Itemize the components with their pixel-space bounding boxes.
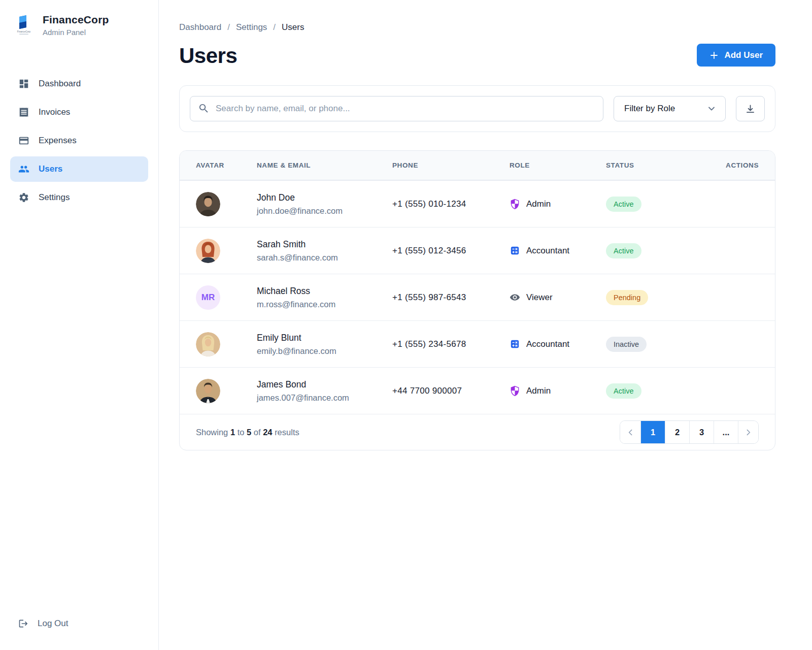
summary-text: to — [238, 428, 245, 437]
logout-button[interactable]: Log Out — [0, 619, 158, 650]
user-role-label: Admin — [526, 386, 551, 396]
status-cell: Active — [606, 197, 725, 212]
user-email: john.doe@finance.com — [257, 206, 392, 216]
breadcrumb-dashboard[interactable]: Dashboard — [179, 22, 221, 32]
avatar-cell — [196, 332, 257, 356]
page-header: Users Add User — [179, 44, 775, 68]
brand-text: FinanceCorp Admin Panel — [43, 14, 109, 37]
pagination-prev-button[interactable] — [620, 421, 640, 443]
summary-text: Showing — [196, 428, 228, 437]
sidebar-item-invoices[interactable]: Invoices — [10, 100, 148, 125]
user-name: Emily Blunt — [257, 333, 392, 343]
avatar — [196, 379, 220, 403]
user-role: Accountant — [510, 339, 606, 349]
user-email: emily.b@finance.com — [257, 346, 392, 356]
eye-icon — [510, 292, 520, 303]
column-header-avatar: Avatar — [196, 161, 257, 169]
summary-total: 24 — [263, 428, 272, 437]
sidebar-item-label: Settings — [39, 192, 70, 203]
export-download-button[interactable] — [736, 96, 765, 121]
sidebar-item-label: Expenses — [39, 136, 77, 146]
results-summary: Showing 1 to 5 of 24 results — [196, 428, 299, 437]
pagination-page-1[interactable]: 1 — [640, 421, 665, 443]
brand-subtitle: Admin Panel — [43, 28, 109, 37]
avatar-cell — [196, 192, 257, 216]
main-content: Dashboard / Settings / Users Users Add U… — [159, 0, 812, 650]
summary-text: of — [254, 428, 261, 437]
user-phone: +44 7700 900007 — [392, 386, 510, 396]
sidebar-item-dashboard[interactable]: Dashboard — [10, 71, 148, 96]
summary-text: results — [275, 428, 299, 437]
avatar-cell — [196, 239, 257, 263]
sidebar-item-settings[interactable]: Settings — [10, 185, 148, 210]
table-footer: Showing 1 to 5 of 24 results 1 2 3 ... — [180, 414, 775, 450]
pagination-page-3[interactable]: 3 — [689, 421, 714, 443]
summary-from: 1 — [230, 428, 235, 437]
name-email-cell: Emily Blunt emily.b@finance.com — [257, 333, 392, 356]
status-cell: Pending — [606, 290, 725, 305]
pagination-ellipsis[interactable]: ... — [714, 421, 738, 443]
user-role-label: Admin — [526, 199, 551, 209]
table-row: John Doe john.doe@finance.com +1 (555) 0… — [180, 180, 775, 227]
user-name: Michael Ross — [257, 286, 392, 297]
user-role-label: Accountant — [526, 246, 569, 256]
chevron-right-icon — [744, 428, 753, 437]
shield-icon — [510, 199, 520, 209]
user-phone: +1 (555) 010-1234 — [392, 199, 510, 209]
table-row: MR Michael Ross m.ross@finance.com +1 (5… — [180, 274, 775, 320]
users-table: Avatar Name & Email Phone Role Status Ac… — [179, 150, 775, 450]
column-header-role: Role — [510, 161, 606, 169]
svg-text:FinanceCorp: FinanceCorp — [17, 30, 31, 33]
name-email-cell: John Doe john.doe@finance.com — [257, 192, 392, 216]
sidebar-item-expenses[interactable]: Expenses — [10, 128, 148, 153]
search-wrap — [190, 96, 603, 121]
user-name: John Doe — [257, 192, 392, 203]
status-badge: Pending — [606, 290, 648, 305]
pagination: 1 2 3 ... — [620, 420, 759, 444]
pagination-next-button[interactable] — [738, 421, 758, 443]
user-name: Sarah Smith — [257, 239, 392, 250]
avatar-cell: MR — [196, 285, 257, 310]
download-icon — [745, 104, 756, 114]
breadcrumb: Dashboard / Settings / Users — [179, 22, 775, 32]
invoice-icon — [18, 107, 29, 118]
logout-icon — [18, 619, 28, 629]
user-phone: +1 (555) 012-3456 — [392, 246, 510, 256]
column-header-status: Status — [606, 161, 725, 169]
role-filter-select[interactable]: Filter by Role — [614, 96, 726, 121]
column-header-phone: Phone — [392, 161, 510, 169]
calculator-icon — [510, 245, 520, 256]
search-input[interactable] — [190, 96, 603, 121]
avatar-cell — [196, 379, 257, 403]
breadcrumb-separator: / — [227, 22, 230, 32]
avatar — [196, 239, 220, 263]
column-header-name-email: Name & Email — [257, 161, 392, 169]
add-user-button[interactable]: Add User — [697, 44, 775, 67]
shield-icon — [510, 385, 520, 396]
brand-name: FinanceCorp — [43, 14, 109, 26]
avatar — [196, 192, 220, 216]
status-badge: Active — [606, 197, 641, 212]
user-role: Viewer — [510, 292, 606, 303]
credit-card-icon — [18, 135, 29, 146]
chevron-down-icon — [706, 104, 717, 114]
sidebar-item-label: Dashboard — [39, 79, 81, 89]
status-cell: Inactive — [606, 337, 725, 352]
table-row: Sarah Smith sarah.s@finance.com +1 (555)… — [180, 227, 775, 274]
user-name: James Bond — [257, 379, 392, 390]
user-email: sarah.s@finance.com — [257, 253, 392, 263]
user-role: Admin — [510, 385, 606, 396]
add-user-label: Add User — [724, 50, 763, 60]
name-email-cell: Michael Ross m.ross@finance.com — [257, 286, 392, 309]
breadcrumb-current: Users — [282, 22, 304, 32]
sidebar-item-users[interactable]: Users — [10, 156, 148, 182]
status-badge: Active — [606, 383, 641, 399]
breadcrumb-settings[interactable]: Settings — [236, 22, 267, 32]
user-role-label: Viewer — [526, 292, 553, 303]
column-header-actions: Actions — [725, 161, 759, 169]
calculator-icon — [510, 339, 520, 349]
status-cell: Active — [606, 243, 725, 258]
role-filter-label: Filter by Role — [624, 104, 675, 114]
dashboard-icon — [18, 78, 29, 89]
pagination-page-2[interactable]: 2 — [665, 421, 689, 443]
